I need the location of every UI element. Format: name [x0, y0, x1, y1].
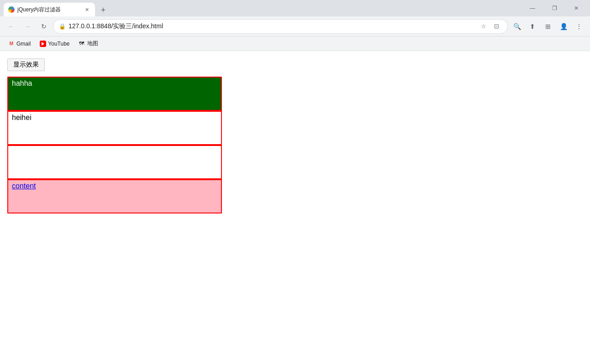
bookmark-youtube-label: YouTube: [48, 41, 69, 47]
tab-title: jQuery内容过滤器: [17, 6, 80, 14]
maps-icon: 🗺: [79, 41, 85, 47]
window-controls: — ❐ ✕: [522, 1, 586, 16]
address-bar-icons: ☆ ⊡: [478, 21, 502, 32]
navigation-bar: ← → ↻ 🔒 127.0.0.1:8848/实验三/index.html ☆ …: [0, 16, 590, 36]
show-effect-button[interactable]: 显示效果: [7, 58, 45, 71]
toolbar-icons: 🔍 ⬆ ⊞ 👤 ⋮: [510, 19, 586, 34]
bookmark-star-icon[interactable]: ☆: [478, 21, 489, 32]
box2-text: heihei: [12, 114, 32, 121]
reload-icon: ↻: [41, 23, 47, 30]
minimize-button[interactable]: —: [522, 1, 543, 16]
back-arrow-icon: ←: [8, 23, 14, 30]
restore-button[interactable]: ❐: [544, 1, 564, 16]
content-box-2: heihei: [7, 111, 222, 145]
close-button[interactable]: ✕: [566, 1, 586, 16]
bookmark-gmail[interactable]: M Gmail: [5, 40, 33, 48]
zoom-icon[interactable]: 🔍: [510, 19, 524, 34]
profile-icon[interactable]: 👤: [556, 19, 571, 34]
back-button[interactable]: ←: [4, 19, 18, 34]
reload-button[interactable]: ↻: [37, 19, 51, 34]
tab-favicon: [8, 6, 15, 13]
bookmark-maps[interactable]: 🗺 地图: [76, 39, 101, 48]
new-tab-button[interactable]: +: [97, 4, 110, 16]
bookmark-gmail-label: Gmail: [16, 41, 31, 47]
reader-mode-icon[interactable]: ⊡: [491, 21, 502, 32]
page-content: 显示效果 hahha heihei content: [0, 51, 590, 364]
active-tab[interactable]: jQuery内容过滤器 ✕: [4, 3, 95, 16]
content-box-1: hahha: [7, 77, 222, 111]
box1-text: hahha: [12, 79, 32, 87]
content-box-3: [7, 145, 222, 179]
address-bar[interactable]: 🔒 127.0.0.1:8848/实验三/index.html ☆ ⊡: [53, 19, 508, 34]
title-bar: jQuery内容过滤器 ✕ + — ❐ ✕: [0, 0, 590, 16]
tab-close-button[interactable]: ✕: [83, 6, 90, 13]
gmail-icon: M: [8, 41, 15, 47]
address-text: 127.0.0.1:8848/实验三/index.html: [68, 22, 475, 31]
extensions-icon[interactable]: ⊞: [541, 19, 555, 34]
bookmark-youtube[interactable]: YouTube: [37, 40, 72, 48]
youtube-icon: [40, 41, 46, 47]
forward-button[interactable]: →: [20, 19, 35, 34]
content-link[interactable]: content: [12, 182, 36, 190]
lock-icon: 🔒: [59, 23, 66, 30]
menu-icon[interactable]: ⋮: [572, 19, 586, 34]
share-icon[interactable]: ⬆: [525, 19, 540, 34]
bookmarks-bar: M Gmail YouTube 🗺 地图: [0, 36, 590, 51]
browser-window: jQuery内容过滤器 ✕ + — ❐ ✕ ← → ↻ 🔒 127.0.0.1:…: [0, 0, 590, 364]
tab-area: jQuery内容过滤器 ✕ +: [4, 0, 521, 16]
forward-arrow-icon: →: [24, 23, 31, 30]
content-box-4: content: [7, 179, 222, 213]
bookmark-maps-label: 地图: [87, 40, 98, 47]
